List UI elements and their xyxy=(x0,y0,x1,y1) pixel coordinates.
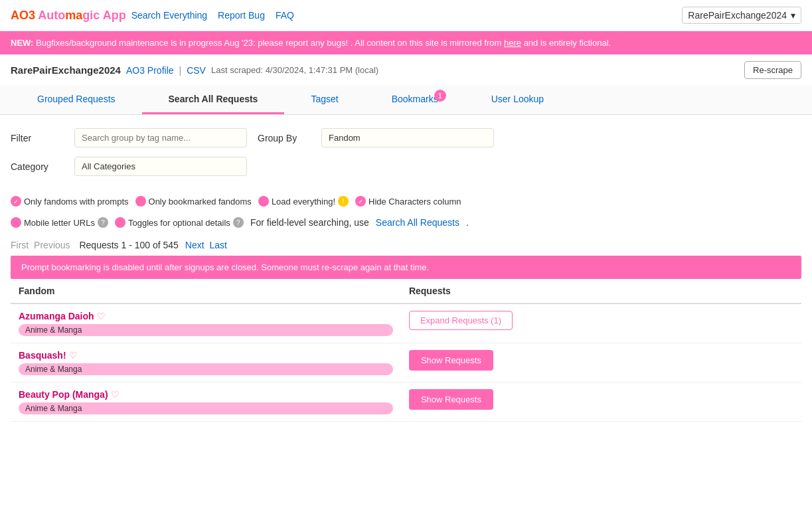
logo-magic: ma xyxy=(65,9,82,22)
col-fandom: Fandom xyxy=(11,279,401,303)
bookmarks-badge: 1 xyxy=(434,90,446,102)
search-all-text: For field-level searching, use xyxy=(250,217,369,228)
warning-banner: Prompt bookmarking is disabled until aft… xyxy=(11,256,801,279)
rescrape-button[interactable]: Re-scrape xyxy=(744,61,801,79)
option-label-hide: Hide Characters column xyxy=(368,197,461,207)
option-hide-characters[interactable]: Hide Characters column xyxy=(355,196,461,207)
options-row-2: Mobile letter URLs ? Toggles for optiona… xyxy=(0,213,812,232)
bookmark-heart-beauty-pop-manga[interactable]: ♡ xyxy=(111,389,120,400)
option-label-only-fandoms: Only fandoms with prompts xyxy=(24,197,129,207)
tab-tagset[interactable]: Tagset xyxy=(284,86,365,114)
banner-link[interactable]: here xyxy=(504,38,521,48)
requests-cell-azumanga-daioh: Expand Requests (1) xyxy=(401,303,801,343)
option-label-toggles: Toggles for optional details xyxy=(128,218,230,228)
category-input[interactable] xyxy=(74,157,247,176)
csv-link[interactable]: CSV xyxy=(187,65,206,76)
tab-search-all-requests[interactable]: Search All Requests xyxy=(142,86,285,114)
table-row: Azumanga Daioh♡Anime & MangaExpand Reque… xyxy=(11,303,801,343)
expand-requests-button-azumanga-daioh[interactable]: Expand Requests (1) xyxy=(409,311,513,330)
fandom-cell-beauty-pop-manga: Beauty Pop (Manga)♡Anime & Manga xyxy=(11,383,401,422)
option-toggles[interactable]: Toggles for optional details ? xyxy=(115,217,244,228)
filter-row: Filter Group By xyxy=(11,128,801,147)
requests-cell-beauty-pop-manga: Show Requests xyxy=(401,383,801,422)
first-page-link[interactable]: First xyxy=(11,240,29,250)
category-row: Category xyxy=(11,157,801,176)
fandom-tag-azumanga-daioh: Anime & Manga xyxy=(19,324,393,336)
search-everything-link[interactable]: Search Everything xyxy=(131,10,207,21)
help-icon-mobile[interactable]: ? xyxy=(98,217,108,228)
checkbox-only-fandoms-checked xyxy=(11,196,21,207)
tab-grouped-requests[interactable]: Grouped Requests xyxy=(11,86,142,114)
banner-message: Bugfixes/background maintenance is in pr… xyxy=(36,38,348,48)
banner-prefix: NEW: xyxy=(11,38,33,48)
search-all-period: . xyxy=(466,217,469,228)
help-icon-toggles[interactable]: ? xyxy=(233,217,244,228)
group-by-label: Group By xyxy=(258,133,311,143)
fandom-cell-basquash: Basquash!♡Anime & Manga xyxy=(11,343,401,383)
next-page-link[interactable]: Next xyxy=(185,240,204,250)
header: AO3 Automagic App Search Everything Repo… xyxy=(0,0,812,31)
table-row: Beauty Pop (Manga)♡Anime & MangaShow Req… xyxy=(11,383,801,422)
fandom-table: Fandom Requests Azumanga Daioh♡Anime & M… xyxy=(11,279,801,422)
option-load-everything[interactable]: Load everything! ! xyxy=(258,196,349,207)
fandom-name-beauty-pop-manga[interactable]: Beauty Pop (Manga) xyxy=(19,389,108,400)
new-banner: NEW: Bugfixes/background maintenance is … xyxy=(0,31,812,54)
checkbox-toggles-unchecked xyxy=(115,217,125,228)
group-by-input[interactable] xyxy=(321,128,494,147)
checkbox-hide-checked xyxy=(355,196,366,207)
checkbox-mobile-unchecked xyxy=(11,217,21,228)
filter-input[interactable] xyxy=(74,128,247,147)
banner-suffix: . All content on this site is mirrored f… xyxy=(351,38,502,48)
last-page-link[interactable]: Last xyxy=(209,240,226,250)
previous-page-link[interactable]: Previous xyxy=(34,240,70,250)
faq-link[interactable]: FAQ xyxy=(276,10,294,21)
logo-ao3: AO3 xyxy=(11,9,35,22)
table-header-row: Fandom Requests xyxy=(11,279,801,303)
option-only-bookmarked-fandoms[interactable]: Only bookmarked fandoms xyxy=(135,196,252,207)
option-mobile-letter[interactable]: Mobile letter URLs ? xyxy=(11,217,108,228)
bookmark-heart-azumanga-daioh[interactable]: ♡ xyxy=(97,311,106,321)
category-label: Category xyxy=(11,161,64,172)
fandom-cell-azumanga-daioh: Azumanga Daioh♡Anime & Manga xyxy=(11,303,401,343)
checkbox-bookmarked-unchecked xyxy=(135,196,146,207)
scrape-info: Last scraped: 4/30/2024, 1:47:31 PM (loc… xyxy=(211,65,378,75)
exchange-name: RarePairExchange2024 xyxy=(11,64,121,76)
option-label-load: Load everything! xyxy=(272,197,335,207)
requests-cell-basquash: Show Requests xyxy=(401,343,801,383)
header-nav: Search Everything Report Bug FAQ xyxy=(131,10,294,21)
option-label-bookmarked: Only bookmarked fandoms xyxy=(149,197,252,207)
filter-label: Filter xyxy=(11,133,64,143)
separator: | xyxy=(179,65,182,76)
app-logo: AO3 Automagic App xyxy=(11,9,126,23)
ao3-profile-link[interactable]: AO3 Profile xyxy=(126,65,174,76)
fandom-tag-beauty-pop-manga: Anime & Manga xyxy=(19,402,393,414)
logo-app: gic App xyxy=(82,9,125,22)
warning-text: Prompt bookmarking is disabled until aft… xyxy=(21,262,429,272)
page-info: RarePairExchange2024 AO3 Profile | CSV L… xyxy=(0,54,812,86)
page-count: Requests 1 - 100 of 545 xyxy=(79,240,178,250)
option-label-mobile: Mobile letter URLs xyxy=(24,218,95,228)
table-body: Azumanga Daioh♡Anime & MangaExpand Reque… xyxy=(11,303,801,422)
banner-end: and is entirely fictional. xyxy=(524,38,611,48)
show-requests-button-beauty-pop-manga[interactable]: Show Requests xyxy=(409,389,493,410)
fandom-table-container: Fandom Requests Azumanga Daioh♡Anime & M… xyxy=(11,279,801,422)
tab-navigation: Grouped Requests Search All Requests Tag… xyxy=(0,86,812,115)
options-row-1: Only fandoms with prompts Only bookmarke… xyxy=(0,192,812,211)
fandom-name-azumanga-daioh[interactable]: Azumanga Daioh xyxy=(19,311,94,321)
fandom-name-basquash[interactable]: Basquash! xyxy=(19,350,66,361)
option-only-fandoms-prompts[interactable]: Only fandoms with prompts xyxy=(11,196,129,207)
fandom-tag-basquash: Anime & Manga xyxy=(19,363,393,375)
report-bug-link[interactable]: Report Bug xyxy=(218,10,265,21)
bookmark-heart-basquash[interactable]: ♡ xyxy=(69,350,78,361)
exchange-selector[interactable]: RarePairExchange2024 ▾ xyxy=(682,7,801,24)
tab-bookmarks[interactable]: Bookmarks 1 xyxy=(365,86,465,114)
logo-auto: Auto xyxy=(38,9,65,22)
table-row: Basquash!♡Anime & MangaShow Requests xyxy=(11,343,801,383)
col-requests: Requests xyxy=(401,279,801,303)
tab-user-lookup[interactable]: User Lookup xyxy=(465,86,570,114)
search-all-requests-link[interactable]: Search All Requests xyxy=(376,217,459,228)
pagination: First Previous Requests 1 - 100 of 545 N… xyxy=(0,234,812,256)
chevron-down-icon: ▾ xyxy=(791,10,795,21)
checkbox-load-unchecked xyxy=(258,196,269,207)
show-requests-button-basquash[interactable]: Show Requests xyxy=(409,350,493,371)
